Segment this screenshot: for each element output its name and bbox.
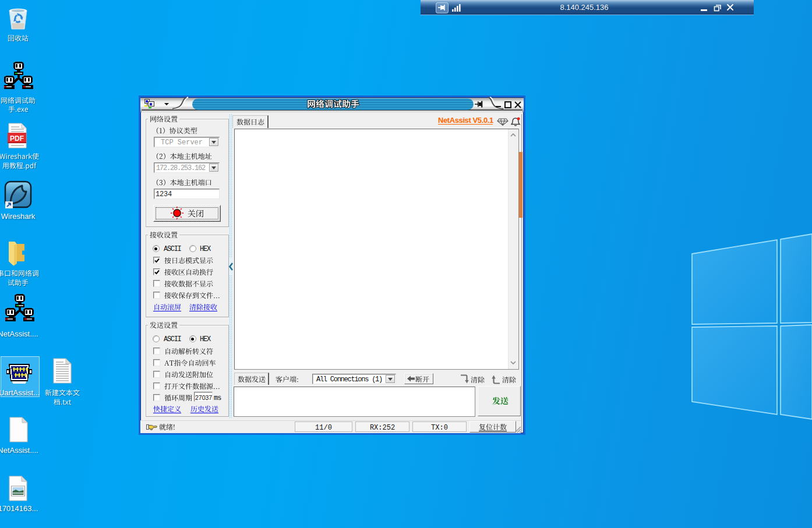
svg-text:PDF: PDF <box>10 134 24 143</box>
